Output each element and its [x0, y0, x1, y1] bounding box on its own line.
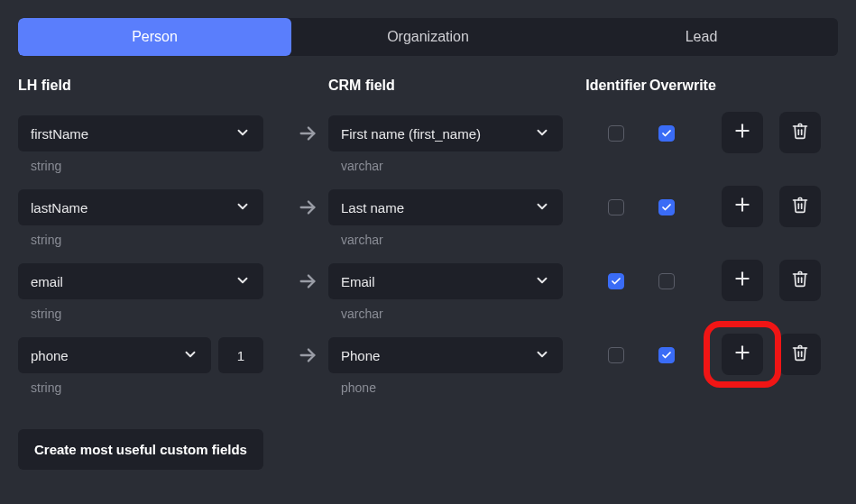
- identifier-checkbox[interactable]: [608, 125, 624, 142]
- identifier-checkbox[interactable]: [608, 199, 624, 215]
- chevron-down-icon: [534, 124, 550, 143]
- arrow-right-icon: [287, 189, 328, 225]
- trash-icon: [791, 196, 809, 216]
- crm-field-select[interactable]: First name (first_name): [328, 115, 563, 151]
- trash-icon: [791, 122, 809, 142]
- mapping-row: phonestring1Phonephone: [18, 337, 838, 395]
- crm-field-value: Phone: [341, 348, 380, 363]
- overwrite-checkbox[interactable]: [658, 347, 675, 363]
- arrow-right-icon: [287, 115, 328, 151]
- crm-field-type: varchar: [341, 159, 584, 173]
- chevron-down-icon: [534, 346, 550, 365]
- delete-button[interactable]: [779, 186, 821, 227]
- delete-button[interactable]: [779, 260, 821, 301]
- trash-icon: [791, 344, 809, 364]
- lh-field-value: email: [31, 274, 63, 289]
- lh-field-value: firstName: [31, 126, 88, 142]
- lh-field-type: string: [31, 307, 263, 321]
- crm-field-select[interactable]: Phone: [328, 337, 563, 373]
- chevron-down-icon: [182, 346, 198, 365]
- arrow-right-icon: [287, 337, 328, 373]
- crm-field-type: varchar: [341, 307, 584, 321]
- column-headers: LH field CRM field Identifier Overwrite: [18, 78, 838, 94]
- crm-field-value: First name (first_name): [341, 126, 481, 142]
- chevron-down-icon: [534, 272, 550, 291]
- header-identifier: Identifier: [584, 78, 648, 94]
- lh-field-select[interactable]: lastName: [18, 189, 263, 225]
- plus-icon: [733, 196, 751, 216]
- crm-field-select[interactable]: Email: [328, 263, 563, 299]
- overwrite-checkbox[interactable]: [658, 199, 675, 215]
- plus-icon: [733, 270, 751, 290]
- add-button[interactable]: [722, 112, 763, 153]
- identifier-checkbox[interactable]: [608, 273, 624, 289]
- chevron-down-icon: [235, 272, 251, 291]
- crm-field-value: Email: [341, 274, 375, 289]
- tab-lead[interactable]: Lead: [565, 18, 838, 56]
- header-overwrite: Overwrite: [648, 78, 722, 94]
- chevron-down-icon: [235, 124, 251, 143]
- lh-field-type: string: [31, 159, 263, 173]
- index-box[interactable]: 1: [218, 337, 263, 373]
- add-button[interactable]: [722, 186, 763, 227]
- plus-icon: [733, 344, 751, 364]
- create-custom-fields-button[interactable]: Create most useful custom fields: [18, 429, 263, 470]
- crm-field-select[interactable]: Last name: [328, 189, 563, 225]
- overwrite-checkbox[interactable]: [658, 273, 675, 289]
- lh-field-type: string: [31, 233, 263, 247]
- overwrite-checkbox[interactable]: [658, 125, 675, 142]
- identifier-checkbox[interactable]: [608, 347, 624, 363]
- chevron-down-icon: [534, 198, 550, 217]
- mapping-row: lastNamestringLast namevarchar: [18, 189, 838, 247]
- mapping-row: firstNamestringFirst name (first_name)va…: [18, 115, 838, 173]
- header-lh-field: LH field: [18, 78, 287, 94]
- crm-field-type: phone: [341, 380, 584, 395]
- header-crm-field: CRM field: [328, 78, 584, 94]
- lh-field-type: string: [31, 380, 211, 395]
- tab-organization[interactable]: Organization: [291, 18, 565, 56]
- delete-button[interactable]: [779, 112, 821, 153]
- lh-field-value: lastName: [31, 200, 87, 215]
- add-button[interactable]: [722, 260, 763, 301]
- trash-icon: [791, 270, 809, 290]
- plus-icon: [733, 122, 751, 142]
- crm-field-type: varchar: [341, 233, 584, 247]
- add-button[interactable]: [722, 334, 763, 375]
- delete-button[interactable]: [779, 334, 821, 375]
- mapping-row: emailstringEmailvarchar: [18, 263, 838, 321]
- lh-field-value: phone: [31, 348, 69, 363]
- chevron-down-icon: [235, 198, 251, 217]
- lh-field-select[interactable]: email: [18, 263, 263, 299]
- entity-tabs: Person Organization Lead: [18, 18, 838, 56]
- tab-person[interactable]: Person: [18, 18, 291, 56]
- lh-field-select[interactable]: phone: [18, 337, 211, 373]
- crm-field-value: Last name: [341, 200, 404, 215]
- lh-field-select[interactable]: firstName: [18, 115, 263, 151]
- arrow-right-icon: [287, 263, 328, 299]
